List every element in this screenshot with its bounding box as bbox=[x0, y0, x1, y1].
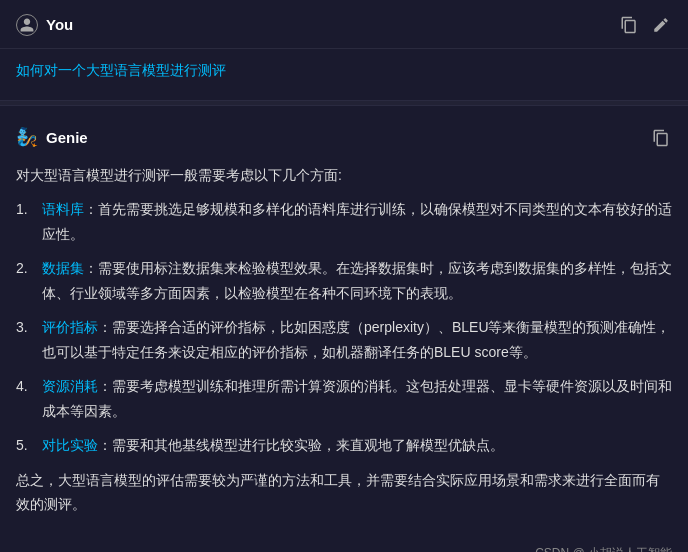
list-content-3: 评价指标：需要选择合适的评价指标，比如困惑度（perplexity）、BLEU等… bbox=[42, 315, 672, 364]
list-number-1: 1. bbox=[16, 197, 36, 222]
list-number-2: 2. bbox=[16, 256, 36, 281]
user-section: You bbox=[0, 0, 688, 49]
genie-title-row: 🧞 Genie bbox=[16, 122, 88, 153]
list-content-2: 数据集：需要使用标注数据集来检验模型效果。在选择数据集时，应该考虑到数据集的多样… bbox=[42, 256, 672, 305]
genie-header: 🧞 Genie bbox=[16, 122, 672, 153]
term-3: 评价指标 bbox=[42, 319, 98, 335]
summary-text: 总之，大型语言模型的评估需要较为严谨的方法和工具，并需要结合实际应用场景和需求来… bbox=[16, 468, 672, 521]
intro-text: 对大型语言模型进行测评一般需要考虑以下几个方面: bbox=[16, 163, 672, 188]
genie-section: 🧞 Genie bbox=[0, 110, 688, 153]
list-content-1: 语料库：首先需要挑选足够规模和多样化的语料库进行训练，以确保模型对不同类型的文本… bbox=[42, 197, 672, 246]
term-1: 语料库 bbox=[42, 201, 84, 217]
genie-copy-button[interactable] bbox=[650, 127, 672, 149]
list-content-4: 资源消耗：需要考虑模型训练和推理所需计算资源的消耗。这包括处理器、显卡等硬件资源… bbox=[42, 374, 672, 423]
app-container: You 如何对一个大型语言模型进行测评 🧞 Genie bbox=[0, 0, 688, 552]
list-number-3: 3. bbox=[16, 315, 36, 340]
user-question: 如何对一个大型语言模型进行测评 bbox=[0, 49, 688, 97]
footer-text: CSDN @ 小胡说人工智能 bbox=[535, 546, 672, 552]
user-avatar-icon bbox=[16, 14, 38, 36]
list-number-4: 4. bbox=[16, 374, 36, 399]
user-name: You bbox=[46, 12, 73, 38]
user-header: You bbox=[16, 12, 73, 38]
list-item: 2. 数据集：需要使用标注数据集来检验模型效果。在选择数据集时，应该考虑到数据集… bbox=[16, 256, 672, 305]
term-4: 资源消耗 bbox=[42, 378, 98, 394]
footer: CSDN @ 小胡说人工智能 bbox=[0, 537, 688, 552]
list-item: 3. 评价指标：需要选择合适的评价指标，比如困惑度（perplexity）、BL… bbox=[16, 315, 672, 364]
user-actions bbox=[618, 14, 672, 36]
list-item: 5. 对比实验：需要和其他基线模型进行比较实验，来直观地了解模型优缺点。 bbox=[16, 433, 672, 458]
genie-name: Genie bbox=[46, 125, 88, 151]
response-list: 1. 语料库：首先需要挑选足够规模和多样化的语料库进行训练，以确保模型对不同类型… bbox=[16, 197, 672, 458]
genie-icon: 🧞 bbox=[16, 122, 38, 153]
term-2: 数据集 bbox=[42, 260, 84, 276]
list-item: 1. 语料库：首先需要挑选足够规模和多样化的语料库进行训练，以确保模型对不同类型… bbox=[16, 197, 672, 246]
list-content-5: 对比实验：需要和其他基线模型进行比较实验，来直观地了解模型优缺点。 bbox=[42, 433, 504, 458]
term-5: 对比实验 bbox=[42, 437, 98, 453]
edit-button[interactable] bbox=[650, 14, 672, 36]
list-number-5: 5. bbox=[16, 433, 36, 458]
section-divider bbox=[0, 100, 688, 106]
list-item: 4. 资源消耗：需要考虑模型训练和推理所需计算资源的消耗。这包括处理器、显卡等硬… bbox=[16, 374, 672, 423]
copy-button[interactable] bbox=[618, 14, 640, 36]
response-content: 对大型语言模型进行测评一般需要考虑以下几个方面: 1. 语料库：首先需要挑选足够… bbox=[0, 163, 688, 537]
